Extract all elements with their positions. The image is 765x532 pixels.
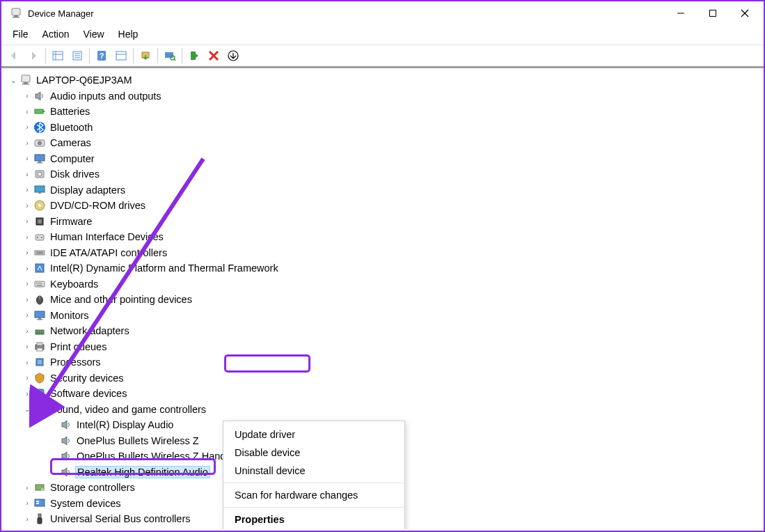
chevron-right-icon[interactable]: › — [22, 123, 32, 131]
chevron-right-icon[interactable]: › — [22, 499, 32, 507]
chevron-right-icon[interactable]: › — [22, 374, 32, 382]
chevron-right-icon[interactable]: › — [22, 343, 32, 350]
svg-rect-7 — [53, 52, 63, 60]
tree-category[interactable]: ›Processors — [4, 354, 761, 370]
svg-point-44 — [37, 237, 38, 238]
action-button[interactable] — [112, 47, 130, 64]
tree-category[interactable]: ›Firmware — [4, 214, 761, 230]
category-label: Bluetooth — [49, 121, 94, 134]
show-hidden-button[interactable] — [49, 47, 67, 64]
context-uninstall-device[interactable]: Uninstall device — [223, 462, 404, 480]
category-label: Computer — [49, 152, 96, 165]
category-label: Print queues — [49, 341, 108, 353]
svg-rect-68 — [38, 360, 42, 364]
forward-button[interactable] — [24, 47, 42, 64]
tree-root[interactable]: ⌄ LAPTOP-Q6EJP3AM — [4, 72, 761, 88]
svg-rect-27 — [35, 109, 43, 114]
tree-category[interactable]: ›Network adapters — [4, 323, 761, 339]
monitor-icon — [33, 152, 46, 165]
tree-category[interactable]: ›Human Interface Devices — [4, 229, 761, 245]
enable-device-button[interactable] — [185, 47, 203, 64]
context-properties[interactable]: Properties — [223, 510, 404, 529]
chevron-down-icon[interactable]: ⌄ — [8, 77, 18, 84]
svg-text:?: ? — [100, 52, 104, 60]
chevron-right-icon[interactable]: › — [22, 92, 32, 100]
help-button[interactable]: ? — [93, 47, 111, 64]
chevron-right-icon[interactable]: › — [22, 249, 32, 256]
context-separator — [223, 483, 404, 483]
uninstall-device-button[interactable] — [205, 47, 223, 64]
chevron-right-icon[interactable]: › — [22, 155, 32, 162]
toolbar-separator — [45, 48, 46, 63]
context-scan-hardware[interactable]: Scan for hardware changes — [223, 486, 404, 504]
titlebar: Device Manager — [1, 1, 764, 25]
chevron-right-icon[interactable]: › — [22, 390, 32, 398]
window-title: Device Manager — [28, 8, 665, 19]
menu-file[interactable]: File — [6, 26, 36, 42]
chevron-right-icon[interactable]: › — [22, 515, 32, 523]
svg-rect-58 — [38, 318, 41, 319]
tree-category[interactable]: ›Bluetooth — [4, 120, 761, 136]
menu-action[interactable]: Action — [36, 26, 77, 42]
chevron-right-icon[interactable]: › — [22, 217, 32, 225]
chevron-right-icon[interactable]: › — [22, 202, 32, 210]
category-label: Audio inputs and outputs — [49, 90, 163, 102]
chevron-right-icon[interactable]: › — [22, 108, 32, 116]
toolbar-separator — [182, 48, 182, 63]
tree-category[interactable]: ⌄Sound, video and game controllers — [4, 402, 761, 418]
context-disable-device[interactable]: Disable device — [223, 444, 404, 462]
tree-category[interactable]: ›Security devices — [4, 370, 761, 386]
tree-category[interactable]: ›DVD/CD-ROM drives — [4, 198, 761, 214]
chevron-right-icon[interactable]: › — [22, 484, 32, 492]
disable-device-button[interactable] — [224, 47, 242, 64]
chevron-right-icon[interactable]: › — [22, 186, 32, 194]
device-label: OnePlus Bullets Wireless Z — [75, 435, 200, 447]
tree-category[interactable]: ›Print queues — [4, 339, 761, 355]
svg-rect-1 — [14, 15, 18, 17]
category-label: Mice and other pointing devices — [49, 293, 194, 306]
scan-hardware-button[interactable] — [161, 47, 179, 64]
tree-category[interactable]: ›Computer — [4, 151, 761, 167]
speaker-icon — [33, 90, 46, 102]
category-label: Network adapters — [49, 324, 131, 337]
close-button[interactable] — [729, 3, 761, 24]
back-button[interactable] — [5, 47, 23, 64]
chevron-right-icon[interactable]: › — [22, 296, 32, 304]
usb-icon — [33, 513, 46, 525]
tree-category[interactable]: ›Software devices — [4, 386, 761, 402]
chevron-right-icon[interactable]: › — [22, 139, 32, 147]
tree-category[interactable]: ›Audio inputs and outputs — [4, 88, 761, 104]
chevron-right-icon[interactable]: › — [22, 311, 32, 319]
svg-rect-46 — [35, 251, 45, 255]
menu-view[interactable]: View — [76, 26, 111, 42]
menubar: File Action View Help — [1, 25, 764, 45]
menu-help[interactable]: Help — [111, 26, 145, 42]
context-update-driver[interactable]: Update driver — [223, 425, 404, 444]
update-driver-button[interactable] — [136, 47, 155, 64]
svg-rect-16 — [116, 52, 126, 60]
tree-category[interactable]: ›Batteries — [4, 104, 761, 120]
chevron-right-icon[interactable]: › — [22, 327, 32, 335]
tree-category[interactable]: ›Keyboards — [4, 276, 761, 292]
chevron-right-icon[interactable]: › — [22, 233, 32, 241]
tree-category[interactable]: ›Disk drives — [4, 166, 761, 182]
category-label: Batteries — [49, 105, 91, 118]
minimize-button[interactable] — [665, 3, 697, 24]
speaker-icon — [60, 466, 72, 478]
chevron-down-icon[interactable]: ⌄ — [22, 405, 32, 413]
tree-category[interactable]: ›Monitors — [4, 308, 761, 324]
svg-rect-19 — [165, 52, 173, 58]
tree-category[interactable]: ›Display adapters — [4, 182, 761, 198]
tree-category[interactable]: ›Cameras — [4, 135, 761, 151]
maximize-button[interactable] — [697, 3, 729, 24]
chevron-right-icon[interactable]: › — [22, 171, 32, 178]
svg-rect-33 — [38, 161, 41, 162]
chevron-right-icon[interactable]: › — [22, 265, 32, 272]
chevron-right-icon[interactable]: › — [22, 359, 32, 366]
chevron-right-icon[interactable]: › — [22, 280, 32, 288]
tree-category[interactable]: ›Mice and other pointing devices — [4, 292, 761, 308]
security-icon — [33, 372, 46, 384]
tree-category[interactable]: ›Intel(R) Dynamic Platform and Thermal F… — [4, 260, 761, 276]
tree-category[interactable]: ›IDE ATA/ATAPI controllers — [4, 245, 761, 261]
properties-button[interactable] — [68, 47, 86, 64]
